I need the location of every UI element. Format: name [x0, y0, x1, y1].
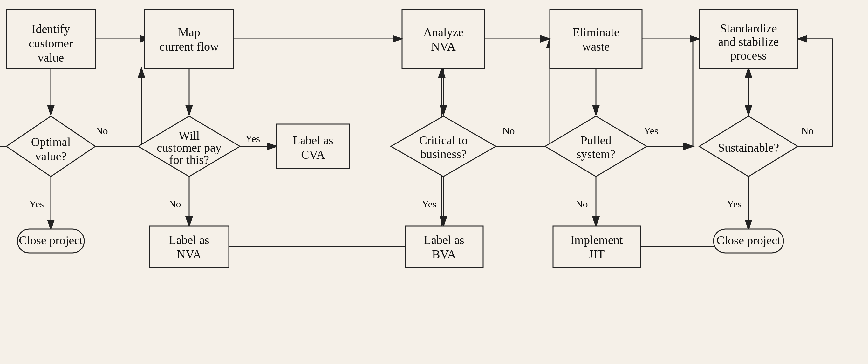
labelnva-text2: NVA: [177, 248, 202, 261]
map-text2: current flow: [160, 40, 219, 53]
identify-text: Identify: [32, 22, 70, 36]
jit-text: Implement: [570, 233, 623, 247]
labelbva-text2: BVA: [432, 248, 456, 261]
willpay-text3: for this?: [169, 153, 209, 166]
yes-label-willpay: Yes: [245, 133, 260, 144]
jit-box: [553, 226, 641, 267]
critical-text: Critical to: [419, 134, 468, 147]
no-label-pulled: No: [575, 198, 588, 210]
eliminate-box: [550, 9, 642, 68]
critical-text2: business?: [420, 147, 467, 161]
analyze-text: Analyze: [423, 25, 464, 39]
optimal-text2: value?: [35, 149, 66, 163]
labelnva-text: Label as: [169, 233, 210, 247]
pulled-text2: system?: [577, 147, 615, 161]
no-label-critical: No: [502, 125, 515, 137]
labelbva-text: Label as: [424, 233, 464, 247]
eliminate-text2: waste: [582, 40, 610, 53]
close2-text: Close project: [716, 233, 781, 247]
yes-label-sustainable: Yes: [727, 198, 742, 210]
analyze-box: [402, 9, 485, 68]
labelbva-box: [405, 226, 483, 267]
optimal-text: Optimal: [31, 135, 71, 148]
jit-text2: JIT: [589, 248, 605, 261]
identify-text2: customer: [29, 36, 73, 50]
yes-label-critical: Yes: [422, 198, 437, 210]
willpay-text: Will: [179, 129, 199, 142]
standardize-text2: and stabilize: [718, 35, 779, 48]
labelnva-box: [149, 226, 229, 267]
no-label-willpay: No: [168, 198, 181, 210]
flowchart-diagram: Identify customer value Optimal value? Y…: [0, 0, 868, 364]
yes-label1: Yes: [29, 198, 44, 210]
analyze-text2: NVA: [431, 40, 456, 53]
eliminate-text: Eliminate: [572, 25, 619, 39]
labelcva-text2: CVA: [301, 148, 325, 161]
standardize-text3: process: [731, 49, 767, 62]
map-text: Map: [178, 25, 200, 39]
standardize-text: Standardize: [720, 22, 777, 35]
willpay-text2: customer pay: [157, 141, 221, 154]
yes-label-pulled: Yes: [644, 125, 658, 137]
no-label-optimal: No: [95, 125, 108, 137]
map-box: [145, 9, 234, 68]
pulled-text: Pulled: [580, 134, 611, 147]
no-label-sustainable: No: [801, 125, 813, 137]
identify-text3: value: [38, 51, 64, 64]
labelcva-text: Label as: [293, 134, 333, 147]
sustainable-text: Sustainable?: [718, 141, 779, 154]
close1-text: Close project: [19, 233, 83, 247]
